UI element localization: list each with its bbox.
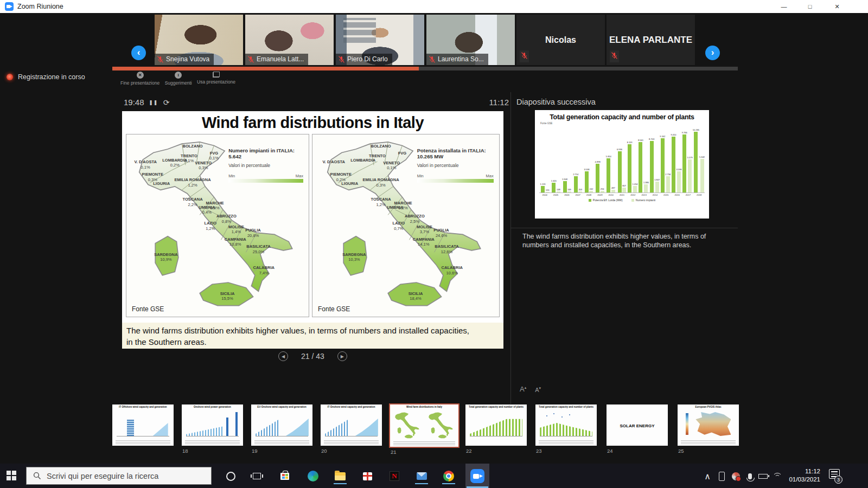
participant-tile[interactable]: Snejina Vutova	[155, 15, 243, 65]
bar	[611, 190, 615, 192]
gift-app-button[interactable]	[359, 468, 375, 484]
region-value: 1,4%	[232, 229, 241, 234]
bar	[578, 191, 582, 192]
legend-max-label: Max	[486, 174, 494, 178]
font-increase-button[interactable]: A▴	[520, 385, 526, 393]
bar-value-label: 1.386	[643, 182, 649, 184]
region-label: VENETO	[195, 160, 212, 165]
x-tick-label: 2009	[595, 194, 605, 196]
region-value: 2,5%	[410, 219, 419, 224]
clock-time: 11:12	[782, 467, 820, 476]
legend-item: Numero impianti	[631, 198, 655, 202]
bar	[541, 186, 545, 192]
mini-italy-map	[393, 410, 422, 441]
bar	[700, 159, 704, 192]
use-presentation-button[interactable]: Usa presentazione	[197, 72, 235, 86]
file-explorer-button[interactable]	[332, 468, 348, 484]
taskbar-clock[interactable]: 11:12 01/03/2021	[782, 467, 820, 484]
region-label: LIGURIA	[341, 181, 359, 186]
preview-x-axis: 2004200520062007200820092010201120122013…	[539, 194, 705, 196]
participant-tile[interactable]: Nicolas	[516, 15, 605, 65]
strip-next-button[interactable]: ›	[705, 46, 720, 60]
pause-button[interactable]: ❚❚	[149, 100, 158, 105]
region-value: 1,2%	[376, 202, 385, 207]
meeting-area: ‹ Snejina Vutova Emanuela Latt... Piero …	[0, 13, 868, 464]
maximize-button[interactable]: □	[797, 0, 822, 13]
edge-button[interactable]	[305, 468, 321, 484]
next-slide-button[interactable]: ▶	[337, 351, 347, 361]
participant-tile[interactable]: Emanuela Latt...	[245, 15, 334, 65]
participant-tile[interactable]: Laurentina So...	[426, 15, 515, 65]
map-header: Numero impianti in ITALIA: 5.642	[228, 147, 303, 159]
mini-bar-chart	[325, 418, 349, 436]
participant-tile[interactable]: ELENA PARLANTE	[607, 15, 695, 65]
chrome-button[interactable]	[441, 468, 457, 484]
task-view-button[interactable]	[248, 468, 265, 484]
battery-tray-button[interactable]	[756, 468, 769, 484]
tips-button[interactable]: i Suggerimenti	[165, 72, 192, 86]
filmstrip-slide[interactable]: Onshore wind power generation 18	[182, 404, 243, 446]
netflix-button[interactable]: N	[386, 468, 403, 484]
slide-counter: 21 / 43	[301, 352, 324, 361]
thumb-caption-lines	[539, 440, 593, 444]
zoom-app-button-active[interactable]	[465, 464, 489, 488]
tray-expand-button[interactable]: ∧	[701, 468, 714, 484]
filmstrip-slide[interactable]: SOLAR ENERGY 24	[607, 404, 668, 446]
mini-europe-map	[695, 412, 731, 436]
region-label: ABRUZZO	[216, 214, 237, 219]
muted-mic-icon	[247, 56, 254, 63]
app-tray-button[interactable]	[729, 468, 742, 484]
region-label: BOLZANO	[371, 144, 391, 149]
region-value: 25,0%	[253, 249, 265, 254]
slide-caption-line: The wind farms distribution exhibits hig…	[126, 325, 499, 336]
clock-date: 01/03/2021	[782, 476, 820, 484]
filmstrip-slide[interactable]: IT Onshore wind capacity and generation …	[321, 404, 382, 446]
strip-prev-button[interactable]: ‹	[131, 46, 146, 60]
bar	[682, 134, 686, 192]
thumb-title: Total generation capacity and number of …	[535, 406, 597, 408]
filmstrip-slide[interactable]: Total generation capacity and number of …	[465, 404, 527, 446]
mini-italy-map	[427, 410, 455, 441]
panel-divider	[510, 92, 511, 404]
region-label: V. D'AOSTA	[134, 159, 157, 164]
filmstrip-slide[interactable]: IT Offshore wind capacity and generation	[112, 404, 174, 446]
search-input[interactable]: Scrivi qui per eseguire la ricerca	[26, 467, 212, 485]
mail-button[interactable]	[413, 468, 430, 484]
participant-tile[interactable]: Piero Di Carlo	[336, 15, 424, 65]
bar-value-label: 1.131	[540, 183, 546, 185]
map-panel-number-of-plants: BOLZANOTRENTO0,1%FVG0,1%VENETO0,3%LOMBAR…	[126, 134, 309, 317]
microsoft-store-button[interactable]	[277, 468, 293, 484]
thumb-caption-lines	[324, 440, 379, 444]
running-indicator	[334, 483, 347, 484]
elapsed-timer: 19:48 ❚❚ ⟳	[124, 98, 169, 107]
region-label: EMILIA ROMAGNA	[175, 177, 212, 182]
network-tray-button[interactable]	[770, 468, 783, 484]
region-value: 10,3%	[348, 257, 360, 262]
close-button[interactable]: ✕	[825, 0, 850, 13]
your-phone-tray-button[interactable]	[715, 468, 728, 484]
filmstrip-slide-selected[interactable]: Wind farm distributions in Italy 21	[389, 403, 459, 448]
minimize-button[interactable]: —	[771, 0, 796, 13]
end-presentation-button[interactable]: ✕ Fine presentazione	[120, 72, 159, 86]
map-source: Fonte GSE	[318, 305, 350, 313]
speaker-notes-line: numbers and installed capacities, in the…	[522, 241, 734, 249]
microphone-tray-button[interactable]	[743, 468, 756, 484]
previous-slide-button[interactable]: ◀	[278, 351, 288, 361]
slide-title: Wind farm distributions in Italy	[122, 111, 503, 132]
region-value: 12,6%	[441, 249, 453, 254]
x-tick-label: 2008	[583, 194, 594, 196]
bar-value-label: 807	[622, 185, 626, 187]
muted-mic-icon	[429, 56, 436, 63]
filmstrip-slide[interactable]: European PVGIS Atlas 25	[678, 404, 739, 446]
start-button[interactable]	[7, 471, 16, 480]
bar-value-label: 4.898	[595, 161, 601, 163]
font-decrease-button[interactable]: A▾	[535, 386, 541, 393]
restart-button[interactable]: ⟳	[163, 98, 170, 107]
x-tick-label: 2016	[672, 194, 682, 196]
thumb-title: IT Offshore wind capacity and generation	[112, 406, 174, 408]
filmstrip-slide[interactable]: Total generation capacity and number of …	[535, 404, 597, 446]
region-label: LIGURIA	[153, 181, 170, 186]
cortana-button[interactable]	[222, 468, 239, 484]
filmstrip-slide[interactable]: EU Onshore wind capacity and generation …	[251, 404, 312, 446]
slide-number: 19	[252, 448, 258, 454]
